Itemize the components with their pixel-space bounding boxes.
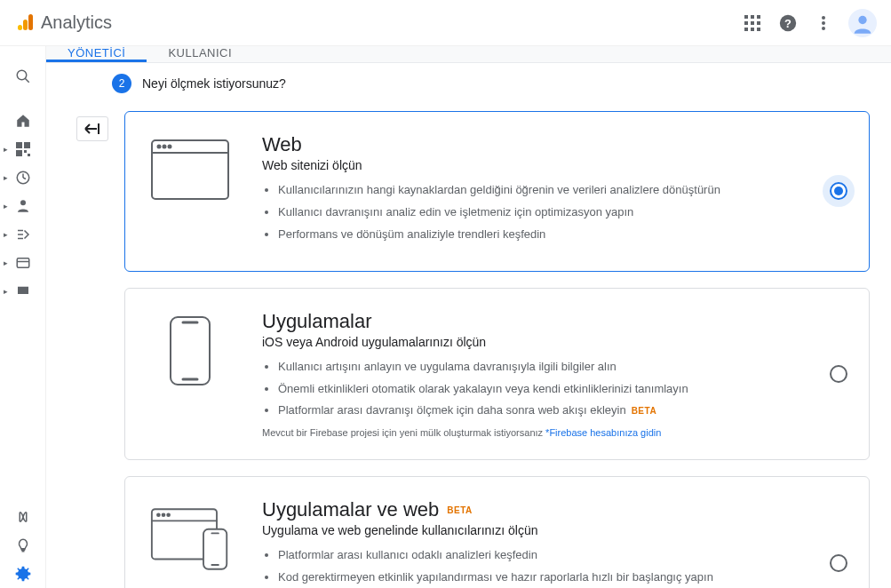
svg-point-16 bbox=[822, 27, 825, 30]
svg-rect-11 bbox=[757, 28, 760, 31]
card-list-appsweb: Platformlar arası kullanıcı odaklı anali… bbox=[262, 548, 844, 588]
card-body-apps: Uygulamalar iOS veya Android uygulamalar… bbox=[262, 310, 844, 439]
svg-rect-7 bbox=[751, 21, 754, 25]
analytics-logo-icon bbox=[14, 12, 36, 34]
svg-rect-9 bbox=[744, 28, 748, 31]
option-card-web[interactable]: Web Web sitenizi ölçün Kullanıcılarınızı… bbox=[124, 111, 870, 272]
option-card-apps[interactable]: Uygulamalar iOS veya Android uygulamalar… bbox=[124, 288, 870, 461]
svg-point-42 bbox=[157, 514, 160, 517]
svg-rect-6 bbox=[744, 21, 748, 25]
app-title: Analytics bbox=[41, 12, 112, 33]
tabs-row: YÖNETİCİ KULLANICI bbox=[46, 46, 891, 63]
svg-rect-0 bbox=[18, 25, 22, 30]
header-right: ? bbox=[742, 9, 877, 37]
main-content: YÖNETİCİ KULLANICI 2 Neyi ölçmek istiyor… bbox=[46, 46, 891, 588]
card-body-web: Web Web sitenizi ölçün Kullanıcılarınızı… bbox=[262, 133, 844, 250]
svg-rect-21 bbox=[24, 142, 30, 148]
card-subtitle-appsweb: Uygulama ve web genelinde kullanıcıların… bbox=[262, 523, 844, 537]
apps-illustration bbox=[150, 310, 230, 386]
list-item: Kullanıcı artışını anlayın ve uygulama d… bbox=[278, 360, 844, 375]
card-title-appsweb: Uygulamalar ve webBETA bbox=[262, 498, 844, 521]
svg-rect-8 bbox=[757, 21, 760, 25]
step-header: 2 Neyi ölçmek istiyorsunuz? bbox=[60, 74, 870, 93]
sidebar-home[interactable] bbox=[0, 107, 46, 135]
apps-icon[interactable] bbox=[742, 12, 763, 34]
sidebar bbox=[0, 46, 46, 588]
svg-rect-24 bbox=[28, 154, 30, 156]
back-button[interactable] bbox=[76, 116, 108, 141]
more-icon[interactable] bbox=[813, 12, 834, 34]
radio-apps[interactable] bbox=[830, 365, 847, 383]
card-body-appsweb: Uygulamalar ve webBETA Uygulama ve web g… bbox=[262, 498, 844, 588]
svg-rect-10 bbox=[751, 28, 754, 31]
card-title-web: Web bbox=[262, 133, 844, 156]
list-item: Platformlar arası kullanıcı odaklı anali… bbox=[278, 548, 844, 563]
card-list-web: Kullanıcılarınızın hangi kaynaklardan ge… bbox=[262, 183, 844, 242]
sidebar-conversions[interactable] bbox=[0, 277, 46, 306]
back-column bbox=[60, 74, 124, 588]
svg-line-27 bbox=[23, 178, 26, 179]
svg-rect-4 bbox=[751, 15, 754, 19]
firebase-link[interactable]: *Firebase hesabınıza gidin bbox=[545, 427, 661, 438]
sidebar-realtime[interactable] bbox=[0, 163, 46, 192]
svg-point-36 bbox=[169, 146, 171, 148]
svg-point-18 bbox=[17, 70, 27, 80]
svg-point-15 bbox=[822, 21, 825, 25]
svg-point-34 bbox=[158, 146, 161, 148]
header-left: Analytics bbox=[14, 12, 112, 34]
svg-rect-3 bbox=[744, 15, 748, 19]
sidebar-customization[interactable] bbox=[0, 135, 46, 163]
svg-rect-37 bbox=[171, 317, 210, 385]
web-illustration bbox=[150, 133, 230, 201]
svg-rect-22 bbox=[16, 150, 22, 156]
svg-rect-5 bbox=[757, 15, 760, 19]
svg-rect-29 bbox=[17, 258, 29, 268]
svg-rect-23 bbox=[24, 150, 27, 153]
sidebar-behavior[interactable] bbox=[0, 249, 46, 277]
list-item: Kod gerektirmeyen etkinlik yapılandırmas… bbox=[278, 570, 844, 585]
svg-point-35 bbox=[163, 146, 166, 148]
top-header: Analytics ? bbox=[0, 0, 891, 46]
svg-rect-20 bbox=[16, 142, 22, 148]
beta-badge: BETA bbox=[632, 406, 656, 416]
svg-rect-45 bbox=[203, 529, 227, 569]
logo[interactable]: Analytics bbox=[14, 12, 112, 34]
sidebar-discover[interactable] bbox=[0, 531, 46, 560]
card-footer-apps: Mevcut bir Firebase projesi için yeni mü… bbox=[262, 427, 844, 438]
list-item: Performans ve dönüşüm analiziyle trendle… bbox=[278, 227, 844, 242]
avatar[interactable] bbox=[848, 9, 877, 37]
list-item: Önemli etkinlikleri otomatik olarak yaka… bbox=[278, 382, 844, 397]
sidebar-acquisition[interactable] bbox=[0, 220, 46, 249]
radio-appsweb[interactable] bbox=[830, 554, 847, 572]
appsweb-illustration bbox=[150, 498, 230, 573]
svg-text:?: ? bbox=[784, 16, 792, 29]
content-area: 2 Neyi ölçmek istiyorsunuz? bbox=[46, 63, 891, 588]
card-list-apps: Kullanıcı artışını anlayın ve uygulama d… bbox=[262, 360, 844, 419]
svg-rect-2 bbox=[28, 14, 33, 30]
card-title-apps: Uygulamalar bbox=[262, 310, 844, 333]
step-number: 2 bbox=[112, 74, 131, 93]
tab-admin[interactable]: YÖNETİCİ bbox=[46, 46, 147, 62]
list-item: Kullanıcılarınızın hangi kaynaklardan ge… bbox=[278, 183, 844, 198]
sidebar-attribution[interactable] bbox=[0, 503, 46, 531]
sidebar-audience[interactable] bbox=[0, 192, 46, 220]
svg-point-28 bbox=[20, 200, 26, 205]
step-title: Neyi ölçmek istiyorsunuz? bbox=[142, 76, 286, 91]
sidebar-search[interactable] bbox=[0, 62, 46, 91]
svg-rect-1 bbox=[23, 20, 28, 30]
option-card-appsweb[interactable]: Uygulamalar ve webBETA Uygulama ve web g… bbox=[124, 476, 870, 588]
tab-user[interactable]: KULLANICI bbox=[147, 46, 253, 62]
radio-web[interactable] bbox=[830, 182, 847, 200]
svg-point-44 bbox=[167, 514, 170, 517]
list-item: Platformlar arası davranışı ölçmek için … bbox=[278, 403, 844, 418]
svg-line-19 bbox=[25, 78, 29, 83]
help-icon[interactable]: ? bbox=[777, 12, 799, 34]
sidebar-admin[interactable] bbox=[0, 560, 46, 588]
svg-point-14 bbox=[822, 16, 825, 20]
beta-badge: BETA bbox=[447, 505, 472, 515]
step-content: 2 Neyi ölçmek istiyorsunuz? bbox=[124, 74, 891, 588]
svg-point-17 bbox=[858, 15, 866, 23]
svg-rect-32 bbox=[152, 140, 228, 199]
list-item: Kullanıcı davranışını analiz edin ve işl… bbox=[278, 205, 844, 220]
step-line bbox=[92, 74, 93, 588]
